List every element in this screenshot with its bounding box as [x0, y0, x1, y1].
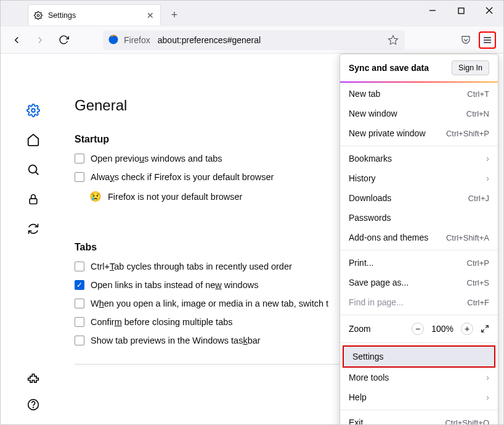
menu-help[interactable]: Help› — [340, 387, 498, 407]
checkbox-label: Open links in tabs instead of new window… — [91, 280, 258, 290]
chevron-right-icon: › — [486, 373, 489, 382]
menu-new-tab[interactable]: New tabCtrl+T — [340, 84, 498, 104]
menu-print[interactable]: Print...Ctrl+P — [340, 253, 498, 273]
app-menu-button[interactable] — [479, 31, 496, 49]
identity-label: Firefox — [124, 35, 154, 45]
bookmark-star-icon[interactable] — [388, 35, 400, 46]
menu-find-in-page[interactable]: Find in page...Ctrl+F — [340, 292, 498, 312]
svg-point-0 — [37, 14, 39, 17]
sidebar-bottom — [1, 370, 66, 413]
chevron-right-icon: › — [486, 154, 489, 163]
svg-point-11 — [29, 165, 37, 173]
checkbox-icon[interactable] — [75, 317, 84, 327]
tab-strip: Settings ✕ + — [1, 1, 418, 25]
sidebar-item-extensions[interactable] — [25, 370, 42, 387]
sidebar-item-search[interactable] — [25, 161, 42, 178]
zoom-value: 100% — [431, 324, 453, 334]
browser-tab[interactable]: Settings ✕ — [28, 4, 161, 25]
menu-bookmarks[interactable]: Bookmarks› — [340, 149, 498, 168]
url-bar[interactable]: Firefox — [103, 30, 405, 50]
sidebar-item-general[interactable] — [25, 102, 42, 119]
maximize-button[interactable] — [447, 1, 475, 20]
tab-close-icon[interactable]: ✕ — [145, 10, 155, 20]
separator — [340, 250, 498, 250]
menu-new-private-window[interactable]: New private windowCtrl+Shift+P — [340, 123, 498, 143]
new-tab-button[interactable]: + — [166, 6, 183, 23]
sidebar-item-home[interactable] — [25, 131, 42, 149]
menu-zoom: Zoom − 100% + — [340, 318, 498, 340]
minimize-button[interactable] — [418, 1, 447, 20]
checkbox-icon[interactable] — [75, 280, 84, 290]
chevron-right-icon: › — [486, 392, 489, 402]
zoom-in-button[interactable]: + — [461, 323, 473, 335]
sidebar-item-privacy[interactable] — [25, 191, 42, 208]
checkbox-icon[interactable] — [75, 299, 84, 308]
checkbox-icon[interactable] — [75, 154, 84, 163]
pocket-icon[interactable] — [460, 35, 473, 46]
checkbox-label: Ctrl+Tab cycles through tabs in recently… — [91, 262, 292, 271]
svg-point-10 — [31, 109, 35, 112]
firefox-icon — [108, 34, 120, 46]
sidebar-item-sync[interactable] — [25, 220, 42, 237]
menu-downloads[interactable]: DownloadsCtrl+J — [340, 188, 498, 208]
toolbar: Firefox — [1, 27, 503, 54]
menu-exit[interactable]: ExitCtrl+Shift+Q — [340, 413, 498, 425]
chevron-right-icon: › — [486, 173, 489, 183]
separator — [340, 342, 498, 343]
window-controls — [418, 1, 503, 20]
sign-in-button[interactable]: Sign In — [452, 60, 489, 75]
menu-settings[interactable]: Settings — [343, 345, 495, 368]
sad-face-icon: 😢 — [89, 191, 102, 202]
window-titlebar: Settings ✕ + — [1, 1, 503, 27]
url-input[interactable] — [158, 35, 384, 45]
menu-history[interactable]: History› — [340, 168, 498, 188]
status-text: Firefox is not your default browser — [108, 192, 242, 202]
checkbox-icon[interactable] — [75, 172, 84, 182]
zoom-label: Zoom — [349, 324, 371, 334]
forward-button[interactable] — [31, 31, 49, 49]
close-window-button[interactable] — [475, 1, 503, 20]
gear-icon — [33, 10, 43, 20]
menu-addons[interactable]: Add-ons and themesCtrl+Shift+A — [340, 228, 498, 247]
svg-line-17 — [482, 329, 484, 332]
separator — [340, 410, 498, 410]
svg-rect-2 — [458, 8, 464, 14]
back-button[interactable] — [8, 31, 25, 49]
settings-sidebar — [1, 54, 66, 424]
svg-point-15 — [33, 407, 34, 408]
checkbox-label: Always check if Firefox is your default … — [91, 172, 274, 182]
checkbox-label: Open previous windows and tabs — [91, 154, 222, 163]
app-menu-panel: Sync and save data Sign In New tabCtrl+T… — [339, 54, 498, 425]
separator — [340, 146, 498, 146]
menu-sync-header: Sync and save data Sign In — [340, 54, 498, 81]
tab-title: Settings — [48, 11, 140, 20]
svg-rect-13 — [30, 199, 37, 204]
menu-more-tools[interactable]: More tools› — [340, 368, 498, 387]
menu-new-window[interactable]: New windowCtrl+N — [340, 104, 498, 123]
sync-label: Sync and save data — [349, 63, 429, 73]
checkbox-icon[interactable] — [75, 336, 84, 345]
fullscreen-icon[interactable] — [481, 324, 489, 333]
menu-save-page[interactable]: Save page as...Ctrl+S — [340, 273, 498, 292]
zoom-out-button[interactable]: − — [412, 323, 424, 335]
gradient-separator — [340, 81, 498, 83]
svg-marker-6 — [389, 35, 398, 44]
checkbox-label: Show tab previews in the Windows taskbar — [91, 336, 261, 345]
svg-line-12 — [36, 172, 39, 175]
checkbox-icon[interactable] — [75, 262, 84, 271]
checkbox-label: Confirm before closing multiple tabs — [91, 317, 233, 327]
svg-line-16 — [486, 326, 488, 328]
reload-button[interactable] — [55, 31, 72, 49]
sidebar-item-support[interactable] — [25, 396, 42, 413]
checkbox-label: When you open a link, image or media in … — [91, 299, 328, 308]
menu-passwords[interactable]: Passwords — [340, 208, 498, 228]
separator — [340, 315, 498, 315]
